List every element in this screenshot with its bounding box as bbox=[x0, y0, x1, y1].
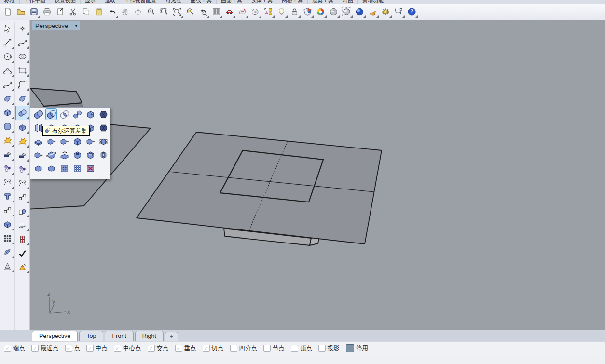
osnap-中点[interactable]: 中点 bbox=[86, 344, 108, 352]
left-box-top[interactable] bbox=[30, 88, 82, 106]
osnap-checkbox-交点[interactable] bbox=[148, 345, 155, 352]
undo-icon[interactable] bbox=[106, 5, 119, 19]
create-solid-icon[interactable] bbox=[84, 108, 96, 120]
hide-objects-icon[interactable] bbox=[275, 5, 288, 19]
help-icon[interactable]: ? bbox=[405, 5, 418, 19]
cage-edit-icon[interactable] bbox=[97, 135, 109, 147]
osnap-顶点[interactable]: 顶点 bbox=[291, 344, 312, 352]
check-icon[interactable] bbox=[16, 246, 29, 260]
zoom-window-icon[interactable] bbox=[158, 5, 171, 19]
ghosted-viewport-icon[interactable] bbox=[340, 5, 353, 19]
mesh-box-icon[interactable] bbox=[16, 121, 29, 134]
surface-from-points-icon[interactable] bbox=[1, 92, 14, 105]
osnap-checkbox-点[interactable] bbox=[65, 345, 72, 352]
explode-icon[interactable] bbox=[1, 134, 14, 147]
move-face-icon[interactable] bbox=[58, 135, 70, 147]
print-icon[interactable] bbox=[41, 5, 54, 19]
shaded-viewport-icon[interactable] bbox=[327, 5, 340, 19]
properties-icon[interactable] bbox=[54, 5, 67, 19]
pan-view-icon[interactable] bbox=[119, 5, 132, 19]
viewport-title[interactable]: Perspective ▼ bbox=[32, 21, 80, 30]
zoom-extents-icon[interactable] bbox=[171, 5, 184, 19]
solid-cube-icon[interactable] bbox=[1, 217, 14, 231]
color-wheel-icon[interactable] bbox=[314, 5, 327, 19]
layer-shield-icon[interactable] bbox=[301, 5, 314, 19]
osnap-最近点[interactable]: 最近点 bbox=[31, 344, 59, 352]
line-tool-icon[interactable] bbox=[1, 36, 14, 49]
delete-eraser-icon[interactable] bbox=[16, 260, 29, 274]
curve-edit-icon[interactable] bbox=[1, 175, 14, 189]
new-file-icon[interactable] bbox=[1, 5, 14, 19]
move-face-boundary-icon[interactable] bbox=[84, 135, 96, 147]
osnap-checkbox-投影[interactable] bbox=[318, 345, 326, 352]
boolean-tools-icon[interactable] bbox=[15, 106, 29, 120]
rotate-face-icon[interactable] bbox=[58, 149, 70, 161]
viewport-title-dropdown-icon[interactable]: ▼ bbox=[74, 24, 78, 28]
boolean-intersection-icon[interactable] bbox=[58, 108, 70, 120]
flatten-tool-icon[interactable] bbox=[16, 148, 29, 162]
perspective-viewport[interactable]: zyx Perspective ▼ 布尔运算差集 bbox=[30, 20, 605, 330]
osnap-端点[interactable]: 端点 bbox=[4, 344, 25, 352]
polyhedron-icon[interactable] bbox=[97, 108, 109, 120]
osnap-checkbox-中点[interactable] bbox=[86, 345, 94, 352]
zoom-dynamic-icon[interactable] bbox=[145, 5, 158, 19]
boolean-difference-icon[interactable] bbox=[45, 108, 57, 120]
copy-icon[interactable] bbox=[80, 5, 93, 19]
add-viewport-tab-button[interactable]: + bbox=[165, 332, 178, 341]
round-hole-icon[interactable] bbox=[71, 149, 83, 161]
four-viewports-icon[interactable] bbox=[210, 5, 223, 19]
named-view-icon[interactable] bbox=[223, 5, 236, 19]
rendered-viewport-icon[interactable] bbox=[353, 5, 366, 19]
pipe-hole-icon[interactable] bbox=[97, 149, 109, 161]
rectangle-tool-icon[interactable] bbox=[16, 64, 29, 77]
osnap-checkbox-端点[interactable] bbox=[4, 345, 11, 352]
cylinder-tool-icon[interactable] bbox=[1, 120, 14, 133]
extrude-face-icon[interactable] bbox=[45, 135, 57, 147]
boolean-two-objects-icon[interactable] bbox=[71, 108, 83, 120]
osnap-checkbox-四分点[interactable] bbox=[230, 345, 237, 352]
osnap-投影[interactable]: 投影 bbox=[318, 344, 340, 352]
osnap-点[interactable]: 点 bbox=[65, 344, 81, 352]
move-tool-icon[interactable] bbox=[16, 190, 29, 204]
explode-burst-icon[interactable] bbox=[16, 135, 29, 148]
options-gear-icon[interactable] bbox=[379, 5, 392, 19]
save-file-icon[interactable] bbox=[28, 5, 41, 19]
dimension-icon[interactable] bbox=[392, 5, 405, 19]
grid-holes-icon[interactable] bbox=[71, 162, 83, 174]
osnap-checkbox-切点[interactable] bbox=[203, 345, 210, 352]
cplane-map-icon[interactable] bbox=[236, 5, 249, 19]
render-cone-icon[interactable] bbox=[366, 5, 379, 19]
trim-hammer-icon[interactable] bbox=[1, 148, 14, 161]
cone-tool-icon[interactable] bbox=[1, 259, 14, 273]
block-tool-icon[interactable] bbox=[16, 232, 29, 246]
dial-gauge-icon[interactable] bbox=[249, 5, 262, 19]
rotate-view-icon[interactable] bbox=[132, 5, 145, 19]
slab-icon[interactable] bbox=[32, 135, 44, 147]
points-group-icon[interactable] bbox=[16, 162, 29, 176]
arc-tool-icon[interactable] bbox=[1, 64, 14, 77]
solid-diamond-icon[interactable] bbox=[97, 122, 109, 134]
osnap-节点[interactable]: 节点 bbox=[263, 344, 285, 352]
curve-tool-icon[interactable] bbox=[16, 36, 29, 49]
point-tool-icon[interactable] bbox=[16, 22, 29, 35]
rebuild-curve-icon[interactable] bbox=[16, 176, 29, 190]
move-edge-icon[interactable] bbox=[32, 149, 44, 161]
patch-surface-icon[interactable] bbox=[16, 92, 29, 105]
viewport-tab-top[interactable]: Top bbox=[79, 331, 103, 341]
selection-filter-icon[interactable] bbox=[262, 5, 275, 19]
twist-icon[interactable] bbox=[1, 245, 14, 259]
extrude-surface-icon[interactable] bbox=[16, 218, 29, 232]
osnap-checkbox-垂点[interactable] bbox=[175, 345, 182, 352]
viewport-tab-perspective[interactable]: Perspective bbox=[32, 331, 78, 341]
select-pointer-icon[interactable] bbox=[1, 22, 14, 35]
osnap-checkbox-最近点[interactable] bbox=[31, 345, 39, 352]
osnap-交点[interactable]: 交点 bbox=[148, 344, 169, 352]
corner-box-icon[interactable] bbox=[32, 162, 44, 174]
cut-icon[interactable] bbox=[67, 5, 80, 19]
delete-hole-icon[interactable] bbox=[84, 162, 96, 174]
osnap-checkbox-中心点[interactable] bbox=[114, 345, 121, 352]
circle-tool-icon[interactable] bbox=[1, 50, 14, 63]
array-holes-icon[interactable] bbox=[58, 162, 70, 174]
ellipse-tool-icon[interactable] bbox=[16, 50, 29, 63]
osnap-垂点[interactable]: 垂点 bbox=[175, 344, 196, 352]
